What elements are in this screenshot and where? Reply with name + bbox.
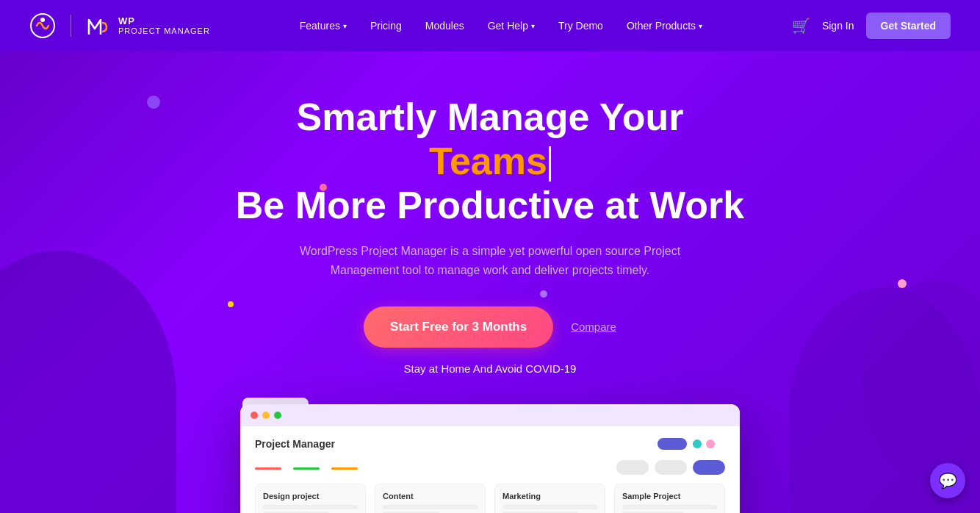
mockup-dots-right bbox=[693, 440, 725, 448]
nav-other-products[interactable]: Other Products ▾ bbox=[616, 14, 713, 37]
hero-buttons: Start Free for 3 Months Compare bbox=[233, 306, 747, 348]
mockup-title: Project Manager bbox=[255, 438, 335, 450]
hero-section: Smartly Manage Your Teams Be More Produc… bbox=[0, 51, 980, 513]
nav-pricing[interactable]: Pricing bbox=[360, 14, 412, 37]
hero-title: Smartly Manage Your Teams Be More Produc… bbox=[233, 96, 747, 227]
nav-modules[interactable]: Modules bbox=[415, 14, 475, 37]
header: WP PROJECT MANAGER Features ▾ Pricing Mo… bbox=[0, 0, 980, 51]
app-mockup: Project Manager bbox=[240, 404, 740, 513]
mockup-card-0: Design project bbox=[255, 484, 366, 513]
card-title-2: Marketing bbox=[502, 492, 597, 501]
logo-text: WP PROJECT MANAGER bbox=[118, 16, 210, 35]
covid-notice: Stay at Home And Avoid COVID-19 bbox=[233, 362, 747, 375]
chevron-down-icon: ▾ bbox=[531, 22, 535, 30]
nav-try-demo[interactable]: Try Demo bbox=[548, 14, 613, 37]
tab-bar-active bbox=[255, 467, 281, 470]
logo-area: WP PROJECT MANAGER bbox=[29, 12, 210, 39]
tab-bar-green bbox=[293, 467, 320, 470]
logo-divider bbox=[71, 15, 71, 37]
toolbar-btn-blue bbox=[693, 460, 725, 475]
cta-button[interactable]: Start Free for 3 Months bbox=[364, 306, 553, 348]
traffic-dot-green bbox=[274, 412, 281, 419]
cursor-blink bbox=[549, 146, 551, 182]
deco-circle-5 bbox=[898, 279, 907, 288]
wp-manager-logo bbox=[86, 14, 109, 37]
chat-icon: 💬 bbox=[939, 472, 957, 489]
tab-item-1[interactable] bbox=[255, 465, 281, 470]
cart-icon[interactable]: 🛒 bbox=[792, 17, 810, 35]
chevron-down-icon: ▾ bbox=[699, 22, 702, 30]
chat-bubble[interactable]: 💬 bbox=[930, 463, 965, 498]
mockup-toolbar-right bbox=[616, 460, 725, 475]
tab-item-3[interactable] bbox=[331, 465, 358, 470]
tab-item-2[interactable] bbox=[293, 465, 320, 470]
card-title-1: Content bbox=[383, 492, 478, 501]
blob-left bbox=[0, 251, 176, 513]
toolbar-btn-gray-1 bbox=[616, 460, 649, 475]
get-started-button[interactable]: Get Started bbox=[866, 12, 951, 39]
mockup-header-right bbox=[657, 438, 725, 450]
mockup-card-2: Marketing bbox=[494, 484, 605, 513]
main-nav: Features ▾ Pricing Modules Get Help ▾ Tr… bbox=[289, 14, 713, 37]
hero-content: Smartly Manage Your Teams Be More Produc… bbox=[233, 96, 747, 397]
header-right: 🛒 Sign In Get Started bbox=[792, 12, 951, 39]
mockup-dot-pink bbox=[706, 440, 715, 448]
hero-subtitle: WordPress Project Manager is a simple ye… bbox=[277, 242, 703, 279]
mockup-cards: Design project Content Marketing bbox=[255, 484, 725, 513]
mockup-titlebar bbox=[240, 404, 740, 426]
mockup-dot-teal bbox=[693, 440, 702, 448]
mockup-toggle bbox=[657, 438, 687, 450]
logo-icon bbox=[29, 12, 56, 39]
mockup-tabs bbox=[255, 460, 725, 475]
compare-link[interactable]: Compare bbox=[571, 320, 616, 333]
nav-get-help[interactable]: Get Help ▾ bbox=[478, 14, 545, 37]
card-title-3: Sample Project bbox=[622, 492, 717, 501]
nav-features[interactable]: Features ▾ bbox=[289, 14, 357, 37]
svg-point-1 bbox=[40, 18, 45, 22]
mockup-card-3: Sample Project bbox=[614, 484, 725, 513]
chevron-down-icon: ▾ bbox=[343, 22, 347, 30]
mockup-card-1: Content bbox=[375, 484, 486, 513]
toolbar-btn-gray-2 bbox=[655, 460, 687, 475]
traffic-dot-yellow bbox=[262, 412, 270, 419]
traffic-dot-red bbox=[251, 412, 258, 419]
deco-circle-1 bbox=[147, 96, 160, 109]
card-title-0: Design project bbox=[263, 492, 358, 501]
mockup-header-row: Project Manager bbox=[255, 438, 725, 450]
mockup-body: Project Manager bbox=[240, 426, 740, 513]
sign-in-link[interactable]: Sign In bbox=[822, 20, 854, 32]
tab-bar-orange bbox=[331, 467, 358, 470]
